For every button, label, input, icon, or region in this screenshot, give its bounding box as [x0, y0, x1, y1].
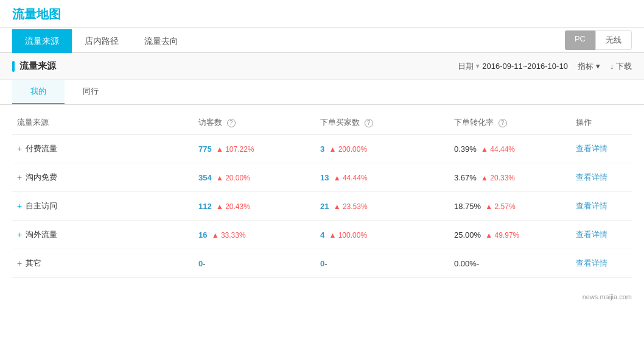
metric-label: 指标	[578, 61, 593, 72]
visitors-change: ▲ 20.43%	[216, 202, 250, 211]
section-controls: 日期 ▾ 2016-09-11~2016-10-10 指标 ▾ ↓ 下载	[458, 61, 632, 72]
section-header: 流量来源 日期 ▾ 2016-09-11~2016-10-10 指标 ▾ ↓ 下…	[0, 53, 644, 80]
orders-change: ▲ 23.53%	[334, 202, 368, 211]
watermark: news.maijia.com	[0, 290, 644, 304]
visitors-help-icon[interactable]: ?	[227, 119, 236, 127]
cell-orders: 3 ▲ 200.00%	[315, 135, 449, 163]
cell-orders: 13 ▲ 44.44%	[315, 163, 449, 192]
col-orders: 下单买家数 ?	[315, 111, 449, 135]
cell-action: 查看详情	[571, 163, 632, 192]
cell-source: +自主访问	[12, 192, 194, 221]
traffic-table: 流量来源 访客数 ? 下单买家数 ? 下单转化率 ? 操	[12, 111, 632, 278]
orders-change: ▲ 44.44%	[334, 174, 368, 182]
cell-orders: 4 ▲ 100.00%	[315, 221, 449, 249]
expand-icon[interactable]: +	[17, 172, 22, 182]
orders-num: 4	[320, 230, 324, 240]
conv-change: -	[477, 259, 479, 268]
visitors-change: ▲ 107.22%	[216, 145, 254, 154]
cell-action: 查看详情	[571, 249, 632, 278]
table-row: +淘内免费354 ▲ 20.00%13 ▲ 44.44%3.67% ▲ 20.3…	[12, 163, 632, 192]
orders-num: 21	[320, 202, 329, 211]
conv-change: ▲ 44.44%	[481, 145, 515, 154]
cell-conv: 25.00% ▲ 49.97%	[449, 221, 571, 249]
view-detail-link[interactable]: 查看详情	[576, 144, 607, 153]
cell-action: 查看详情	[571, 221, 632, 249]
cell-conv: 3.67% ▲ 20.33%	[449, 163, 571, 192]
sub-tab-bar: 我的 同行	[0, 80, 644, 105]
table-header-row: 流量来源 访客数 ? 下单买家数 ? 下单转化率 ? 操	[12, 111, 632, 135]
cell-source: +付费流量	[12, 135, 194, 163]
table-row: +自主访问112 ▲ 20.43%21 ▲ 23.53%18.75% ▲ 2.5…	[12, 192, 632, 221]
visitors-num: 112	[198, 202, 212, 211]
date-label: 日期	[458, 61, 474, 72]
page-title: 流量地图	[12, 6, 632, 27]
conv-change: ▲ 2.57%	[485, 202, 515, 211]
table-row: +其它0-0-0.00%-查看详情	[12, 249, 632, 278]
source-label: 其它	[26, 258, 41, 269]
expand-icon[interactable]: +	[17, 258, 22, 268]
tab-group: 流量来源 店内路径 流量去向	[12, 28, 191, 52]
col-source: 流量来源	[12, 111, 194, 135]
conv-change: ▲ 49.97%	[485, 231, 519, 240]
orders-help-icon[interactable]: ?	[365, 119, 373, 127]
pc-wireless-group: PC 无线	[565, 30, 632, 50]
source-label: 淘外流量	[26, 229, 57, 240]
visitors-num: 16	[198, 230, 207, 240]
visitors-change: ▲ 33.33%	[212, 231, 246, 240]
cell-orders: 21 ▲ 23.53%	[315, 192, 449, 221]
source-label: 付费流量	[26, 143, 57, 154]
table-container: 流量来源 访客数 ? 下单买家数 ? 下单转化率 ? 操	[0, 111, 644, 290]
cell-visitors: 354 ▲ 20.00%	[194, 163, 315, 192]
view-detail-link[interactable]: 查看详情	[576, 230, 607, 239]
table-row: +淘外流量16 ▲ 33.33%4 ▲ 100.00%25.00% ▲ 49.9…	[12, 221, 632, 249]
cell-orders: 0-	[315, 249, 449, 278]
pc-button[interactable]: PC	[565, 30, 595, 50]
orders-change: -	[324, 259, 327, 268]
col-action: 操作	[571, 111, 632, 135]
view-detail-link[interactable]: 查看详情	[576, 172, 607, 182]
orders-num: 3	[320, 144, 324, 154]
cell-action: 查看详情	[571, 192, 632, 221]
conv-rate: 0.39%	[454, 144, 477, 154]
visitors-change: -	[203, 259, 205, 268]
cell-visitors: 0-	[194, 249, 315, 278]
expand-icon[interactable]: +	[17, 144, 22, 154]
conv-help-icon[interactable]: ?	[499, 119, 507, 127]
page-wrapper: 流量地图 流量来源 店内路径 流量去向 PC 无线 流量来源 日期 ▾ 2016…	[0, 0, 644, 348]
chevron-down-icon: ▾	[476, 62, 480, 70]
view-detail-link[interactable]: 查看详情	[576, 201, 607, 210]
conv-rate: 0.00%	[454, 259, 477, 268]
source-label: 自主访问	[26, 201, 57, 211]
visitors-change: ▲ 20.00%	[216, 174, 250, 182]
cell-visitors: 775 ▲ 107.22%	[194, 135, 315, 163]
view-detail-link[interactable]: 查看详情	[576, 258, 607, 268]
orders-change: ▲ 100.00%	[329, 231, 367, 240]
tab-traffic-direction[interactable]: 流量去向	[131, 29, 191, 53]
section-title: 流量来源	[12, 60, 56, 72]
date-range[interactable]: 日期 ▾ 2016-09-11~2016-10-10	[458, 61, 568, 72]
download-button[interactable]: ↓ 下载	[610, 61, 632, 72]
metric-button[interactable]: 指标 ▾	[578, 61, 600, 72]
cell-source: +淘外流量	[12, 221, 194, 249]
header: 流量地图	[0, 0, 644, 28]
conv-rate: 18.75%	[454, 202, 481, 211]
orders-num: 13	[320, 173, 329, 182]
cell-conv: 18.75% ▲ 2.57%	[449, 192, 571, 221]
source-label: 淘内免费	[26, 172, 57, 183]
conv-change: ▲ 20.33%	[481, 174, 515, 182]
cell-action: 查看详情	[571, 135, 632, 163]
table-row: +付费流量775 ▲ 107.22%3 ▲ 200.00%0.39% ▲ 44.…	[12, 135, 632, 163]
orders-change: ▲ 200.00%	[329, 145, 367, 154]
metric-chevron-icon: ▾	[596, 62, 600, 71]
expand-icon[interactable]: +	[17, 201, 22, 211]
sub-tab-mine[interactable]: 我的	[12, 80, 65, 104]
expand-icon[interactable]: +	[17, 230, 22, 240]
wireless-button[interactable]: 无线	[595, 30, 632, 50]
tab-traffic-source[interactable]: 流量来源	[12, 29, 72, 53]
cell-conv: 0.00%-	[449, 249, 571, 278]
tab-bar: 流量来源 店内路径 流量去向 PC 无线	[0, 28, 644, 53]
sub-tab-peers[interactable]: 同行	[65, 80, 117, 104]
tab-store-path[interactable]: 店内路径	[72, 29, 131, 53]
cell-source: +淘内免费	[12, 163, 194, 192]
col-conv: 下单转化率 ?	[449, 111, 571, 135]
